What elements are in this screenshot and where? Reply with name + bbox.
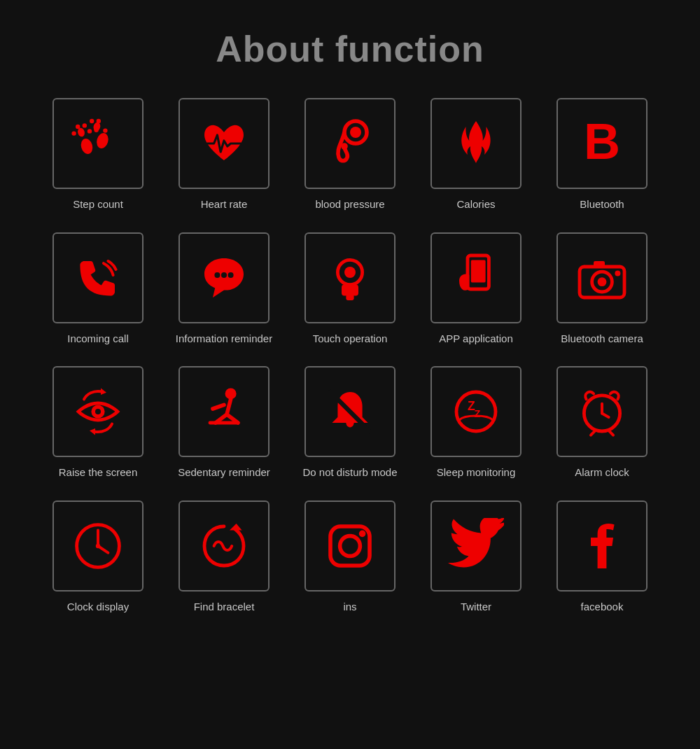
item-alarm-clock: Alarm clock [546, 366, 658, 479]
facebook-label: facebook [581, 600, 624, 614]
svg-rect-24 [471, 260, 486, 282]
svg-point-8 [71, 131, 76, 135]
ins-label: ins [343, 600, 356, 614]
icon-box-touch-operation [304, 232, 396, 323]
bluetooth-camera-label: Bluetooth camera [561, 332, 643, 346]
do-not-disturb-label: Do not disturb mode [302, 465, 397, 479]
icon-box-heart-rate [178, 98, 270, 189]
app-application-icon [448, 250, 504, 306]
bluetooth-icon: B [574, 115, 630, 172]
incoming-call-label: Incoming call [67, 332, 129, 346]
calories-icon [448, 115, 504, 172]
item-information-reminder: Information reminder [168, 232, 280, 346]
svg-line-44 [591, 430, 595, 435]
item-touch-operation: Touch operation [294, 232, 406, 346]
calories-label: Calories [456, 197, 495, 211]
icon-box-do-not-disturb [304, 366, 396, 457]
svg-point-18 [228, 272, 234, 278]
svg-line-45 [609, 430, 613, 435]
alarm-clock-label: Alarm clock [575, 465, 629, 479]
svg-point-5 [83, 123, 87, 127]
step-count-icon [70, 115, 126, 172]
icon-box-alarm-clock [556, 366, 648, 457]
information-reminder-icon [196, 250, 252, 306]
item-raise-screen: Raise the screen [42, 366, 154, 479]
do-not-disturb-icon [322, 384, 378, 440]
icon-box-clock-display [52, 500, 144, 592]
item-heart-rate: Heart rate [168, 98, 280, 211]
item-do-not-disturb: Do not disturb mode [294, 366, 406, 479]
bluetooth-camera-icon [574, 250, 630, 306]
ins-icon [322, 518, 378, 574]
facebook-icon [574, 518, 630, 574]
svg-point-32 [95, 409, 101, 414]
icon-box-facebook [556, 500, 648, 592]
svg-point-10 [94, 128, 98, 132]
raise-screen-icon [70, 384, 126, 440]
svg-line-43 [602, 413, 609, 417]
sleep-monitoring-icon: Z Z [448, 384, 504, 440]
twitter-icon [448, 518, 504, 574]
touch-operation-icon [322, 250, 378, 306]
svg-point-9 [88, 129, 92, 133]
sedentary-reminder-icon [196, 384, 252, 440]
functions-grid: Step count Heart rate blood pressure [42, 98, 658, 613]
svg-marker-50 [230, 524, 242, 531]
svg-point-53 [359, 530, 366, 537]
sedentary-reminder-label: Sedentary reminder [178, 465, 270, 479]
item-incoming-call: Incoming call [42, 232, 154, 346]
icon-box-twitter [430, 500, 522, 592]
icon-box-blood-pressure [304, 98, 396, 189]
svg-point-4 [76, 125, 80, 129]
svg-point-49 [96, 543, 100, 547]
item-step-count: Step count [42, 98, 154, 211]
svg-text:B: B [584, 115, 620, 169]
svg-point-25 [477, 284, 480, 287]
raise-screen-label: Raise the screen [59, 465, 138, 479]
icon-box-app-application [430, 232, 522, 323]
touch-operation-label: Touch operation [313, 332, 388, 346]
svg-point-6 [90, 119, 94, 123]
svg-rect-22 [346, 295, 354, 300]
heart-rate-icon [196, 115, 252, 172]
item-bluetooth-camera: Bluetooth camera [546, 232, 658, 346]
svg-marker-34 [90, 428, 95, 435]
item-ins: ins [294, 500, 406, 614]
icon-box-ins [304, 500, 396, 592]
icon-box-raise-screen [52, 366, 144, 457]
find-bracelet-icon [196, 518, 252, 574]
app-application-label: APP application [439, 332, 513, 346]
twitter-label: Twitter [461, 600, 491, 614]
icon-box-sleep-monitoring: Z Z [430, 366, 522, 457]
item-bluetooth: B Bluetooth [546, 98, 658, 211]
svg-point-0 [79, 137, 94, 155]
page-title: About function [216, 28, 484, 70]
find-bracelet-label: Find bracelet [194, 600, 255, 614]
icon-box-sedentary-reminder [178, 366, 270, 457]
alarm-clock-icon [574, 384, 630, 440]
svg-point-7 [97, 119, 101, 123]
svg-point-17 [221, 272, 227, 278]
item-sedentary-reminder: Sedentary reminder [168, 366, 280, 479]
item-blood-pressure: blood pressure [294, 98, 406, 211]
item-twitter: Twitter [420, 500, 532, 614]
blood-pressure-icon [322, 115, 378, 172]
item-clock-display: Clock display [42, 500, 154, 614]
heart-rate-label: Heart rate [201, 197, 248, 211]
clock-display-label: Clock display [67, 600, 129, 614]
bluetooth-label: Bluetooth [580, 197, 624, 211]
icon-box-information-reminder [178, 232, 270, 323]
blood-pressure-label: blood pressure [315, 197, 384, 211]
svg-point-28 [598, 277, 607, 286]
icon-box-calories [430, 98, 522, 189]
svg-point-30 [615, 270, 620, 276]
item-app-application: APP application [420, 232, 532, 346]
svg-point-20 [344, 267, 356, 278]
item-find-bracelet: Find bracelet [168, 500, 280, 614]
svg-point-16 [214, 272, 220, 278]
sleep-monitoring-label: Sleep monitoring [437, 465, 516, 479]
svg-marker-33 [101, 388, 106, 395]
item-calories: Calories [420, 98, 532, 211]
information-reminder-label: Information reminder [176, 332, 272, 346]
svg-point-14 [341, 143, 348, 150]
